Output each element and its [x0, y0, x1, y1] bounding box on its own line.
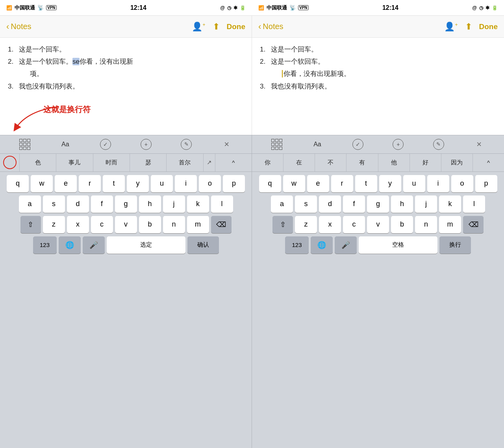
key-y-right[interactable]: y: [379, 175, 401, 192]
key-w-right[interactable]: w: [283, 175, 305, 192]
close-button-left[interactable]: ×: [220, 137, 234, 151]
pred-word-r5[interactable]: 他: [378, 154, 410, 171]
num-key-right[interactable]: 123: [285, 236, 309, 254]
key-p-left[interactable]: p: [223, 175, 245, 192]
key-m-left[interactable]: m: [187, 216, 209, 233]
mic-key-left[interactable]: 🎤: [83, 236, 105, 254]
key-p-right[interactable]: p: [475, 175, 497, 192]
key-f-left[interactable]: f: [91, 195, 113, 213]
key-g-left[interactable]: g: [115, 195, 137, 213]
space-key-right[interactable]: 空格: [359, 236, 437, 254]
shift-key-right[interactable]: ⇧: [272, 216, 293, 233]
key-d-left[interactable]: d: [67, 195, 89, 213]
key-v-left[interactable]: v: [115, 216, 137, 233]
key-u-right[interactable]: u: [403, 175, 425, 192]
pred-word-r3[interactable]: 不: [315, 154, 346, 171]
num-key-left[interactable]: 123: [33, 236, 57, 254]
key-v-right[interactable]: v: [367, 216, 389, 233]
return-key-right[interactable]: 换行: [439, 236, 471, 254]
key-e-right[interactable]: e: [307, 175, 329, 192]
pred-word-r6[interactable]: 好: [410, 154, 441, 171]
key-g-right[interactable]: g: [367, 195, 389, 213]
key-r-right[interactable]: r: [331, 175, 353, 192]
check-button-right[interactable]: ✓: [351, 137, 365, 151]
key-q-right[interactable]: q: [259, 175, 281, 192]
pred-word-4[interactable]: 瑟: [130, 154, 167, 171]
mic-key-right[interactable]: 🎤: [335, 236, 357, 254]
close-button-right[interactable]: ×: [472, 137, 486, 151]
key-i-left[interactable]: i: [175, 175, 197, 192]
key-j-left[interactable]: j: [163, 195, 185, 213]
pred-caret-right[interactable]: ^: [473, 154, 504, 171]
share-icon-right[interactable]: ⬆: [465, 22, 472, 32]
select-key-left[interactable]: 选定: [107, 236, 185, 254]
pred-word-1[interactable]: 色: [20, 154, 56, 171]
key-t-left[interactable]: t: [103, 175, 125, 192]
delete-key-left[interactable]: ⌫: [211, 216, 232, 233]
pred-word-r1[interactable]: 你: [252, 154, 284, 171]
key-w-left[interactable]: w: [31, 175, 53, 192]
key-b-left[interactable]: b: [139, 216, 161, 233]
pred-caret-left[interactable]: ^: [215, 154, 252, 171]
shift-key-left[interactable]: ⇧: [20, 216, 41, 233]
pred-word-r7[interactable]: 因为: [441, 154, 473, 171]
confirm-key-left[interactable]: 确认: [187, 236, 219, 254]
key-c-left[interactable]: c: [91, 216, 113, 233]
pred-word-5[interactable]: 首尔: [167, 154, 203, 171]
pred-word-3[interactable]: 时而: [93, 154, 130, 171]
add-person-icon-right[interactable]: 👤+: [444, 22, 458, 32]
add-person-icon-left[interactable]: 👤+: [192, 22, 205, 32]
pred-word-2[interactable]: 事儿: [56, 154, 93, 171]
emoji-key-left[interactable]: 🌐: [59, 236, 81, 254]
key-l-left[interactable]: l: [211, 195, 233, 213]
key-t-right[interactable]: t: [355, 175, 377, 192]
key-k-left[interactable]: k: [187, 195, 209, 213]
add-button-right[interactable]: +: [391, 137, 405, 151]
key-e-left[interactable]: e: [55, 175, 77, 192]
key-s-left[interactable]: s: [43, 195, 65, 213]
key-n-right[interactable]: n: [415, 216, 437, 233]
key-c-right[interactable]: c: [343, 216, 365, 233]
key-h-right[interactable]: h: [391, 195, 413, 213]
key-n-left[interactable]: n: [163, 216, 185, 233]
key-f-right[interactable]: f: [343, 195, 365, 213]
markup-button-left[interactable]: ✎: [179, 137, 193, 151]
table-button-left[interactable]: [18, 137, 32, 151]
key-u-left[interactable]: u: [151, 175, 173, 192]
key-h-left[interactable]: h: [139, 195, 161, 213]
key-s-right[interactable]: s: [295, 195, 317, 213]
key-x-right[interactable]: x: [319, 216, 341, 233]
key-a-right[interactable]: a: [271, 195, 293, 213]
back-button-right[interactable]: ‹ Notes: [258, 22, 284, 32]
key-q-left[interactable]: q: [7, 175, 29, 192]
share-icon-left[interactable]: ⬆: [213, 22, 220, 32]
pred-word-r4[interactable]: 有: [346, 154, 378, 171]
key-l-right[interactable]: l: [463, 195, 485, 213]
pred-word-r2[interactable]: 在: [284, 154, 315, 171]
key-z-left[interactable]: z: [43, 216, 65, 233]
key-i-right[interactable]: i: [427, 175, 449, 192]
add-button-left[interactable]: +: [139, 137, 153, 151]
table-button-right[interactable]: [270, 137, 284, 151]
key-r-left[interactable]: r: [79, 175, 101, 192]
key-x-left[interactable]: x: [67, 216, 89, 233]
back-button-left[interactable]: ‹ Notes: [6, 22, 32, 32]
key-b-right[interactable]: b: [391, 216, 413, 233]
key-a-left[interactable]: a: [19, 195, 41, 213]
key-j-right[interactable]: j: [415, 195, 437, 213]
format-button-right[interactable]: Aa: [310, 137, 324, 151]
key-o-left[interactable]: o: [199, 175, 221, 192]
key-z-right[interactable]: z: [295, 216, 317, 233]
check-button-left[interactable]: ✓: [98, 137, 113, 151]
key-o-right[interactable]: o: [451, 175, 473, 192]
format-button-left[interactable]: Aa: [58, 137, 72, 151]
key-k-right[interactable]: k: [439, 195, 461, 213]
key-d-right[interactable]: d: [319, 195, 341, 213]
emoji-key-right[interactable]: 🌐: [311, 236, 333, 254]
key-y-left[interactable]: y: [127, 175, 149, 192]
done-button-left[interactable]: Done: [227, 22, 246, 31]
key-m-right[interactable]: m: [439, 216, 461, 233]
pred-expand-left[interactable]: ↗: [204, 154, 215, 171]
markup-button-right[interactable]: ✎: [432, 137, 446, 151]
done-button-right[interactable]: Done: [479, 22, 498, 31]
